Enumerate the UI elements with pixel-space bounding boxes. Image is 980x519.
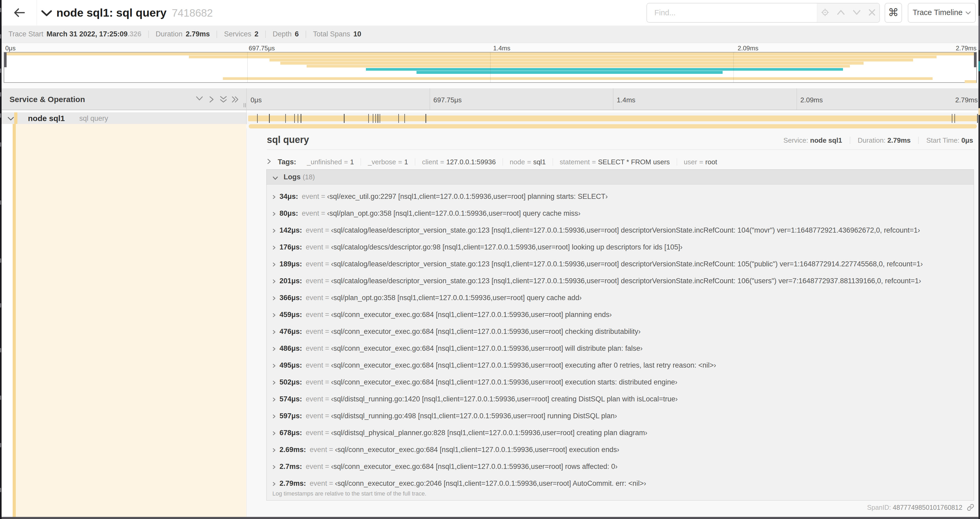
log-entry[interactable]: 34μs:event=‹sql/exec_util.go:2297 [nsql1… xyxy=(267,188,974,205)
start-time-label: Start Time: xyxy=(926,136,959,144)
collapse-trace-chevron-icon[interactable] xyxy=(41,10,52,18)
chevron-right-icon xyxy=(272,414,276,419)
timeline-header: Service & Operation 0μs 697.75μs 1.4ms 2… xyxy=(2,88,978,110)
log-event-tick xyxy=(955,114,955,123)
next-result-icon[interactable] xyxy=(853,10,861,16)
chevron-right-icon xyxy=(272,211,276,216)
expand-one-level-icon[interactable] xyxy=(195,96,204,102)
minimap-span-bar xyxy=(280,62,864,65)
log-event-tick xyxy=(952,114,953,123)
detail-row-accent-bar xyxy=(249,124,977,128)
log-entry[interactable]: 678μs:event=‹sql/distsql_physical_planne… xyxy=(267,424,974,441)
service-color-stripe xyxy=(14,112,18,124)
chevron-right-icon xyxy=(272,195,276,200)
right-window-edge xyxy=(978,0,980,519)
span-id-value: 4877749850101760812 xyxy=(893,504,963,511)
find-input[interactable] xyxy=(647,3,817,22)
log-entry[interactable]: 201μs:event=‹sql/catalog/lease/descripto… xyxy=(267,272,974,289)
log-event-tick xyxy=(301,114,301,123)
log-event-tick xyxy=(344,114,345,123)
log-event-tick xyxy=(375,114,376,123)
log-entry[interactable]: 2.7ms:event=‹sql/conn_executor_exec.go:6… xyxy=(267,458,974,475)
prev-result-icon[interactable] xyxy=(837,10,845,16)
collapse-all-icon[interactable] xyxy=(231,96,239,104)
tag-user: user=root xyxy=(684,158,718,166)
timeline-tick-3: 2.09ms xyxy=(800,88,823,110)
minimap-span-bar xyxy=(307,65,850,68)
tag-separator xyxy=(553,158,553,166)
trace-page-header: node sql1: sql query7418682 ⌘ Trace Time… xyxy=(2,0,978,26)
log-entry[interactable]: 476μs:event=‹sql/conn_executor_exec.go:6… xyxy=(267,323,974,340)
log-event-tick xyxy=(398,114,399,123)
back-button[interactable] xyxy=(2,0,37,26)
minimap-span-bar xyxy=(965,80,976,83)
tag-separator xyxy=(361,158,361,166)
chevron-right-icon xyxy=(272,313,276,318)
locate-icon[interactable] xyxy=(821,8,829,18)
log-event-tick xyxy=(977,114,978,123)
log-event-tick xyxy=(269,114,270,123)
column-divider[interactable] xyxy=(246,88,247,124)
row-gap xyxy=(2,110,978,112)
collapse-one-level-icon[interactable] xyxy=(208,96,215,104)
minimap-tick-0: 0μs xyxy=(5,45,16,52)
log-event-tick xyxy=(373,114,374,123)
logs-header[interactable]: Logs(18) xyxy=(267,169,974,185)
log-entry[interactable]: 142μs:event=‹sql/catalog/lease/descripto… xyxy=(267,222,974,239)
log-entry[interactable]: 574μs:event=‹sql/distsql_running.go:1420… xyxy=(267,391,974,407)
service-name[interactable]: node sql1 xyxy=(28,112,65,124)
chevron-right-icon xyxy=(272,279,276,284)
minimap-span-bar xyxy=(366,68,843,71)
log-entry[interactable]: 597μs:event=‹sql/distsql_running.go:498 … xyxy=(267,407,974,424)
span-row[interactable]: node sql1 sql query xyxy=(2,112,978,124)
minimap-tick-2: 1.4ms xyxy=(493,45,510,52)
log-entry[interactable]: 366μs:event=‹sql/plan_opt.go:358 [nsql1,… xyxy=(267,289,974,306)
command-icon: ⌘ xyxy=(888,6,899,18)
minimap-right-handle[interactable] xyxy=(974,53,976,67)
deep-link-icon[interactable] xyxy=(964,504,974,511)
log-entry[interactable]: 459μs:event=‹sql/conn_executor_exec.go:6… xyxy=(267,306,974,323)
trace-timeline-dropdown[interactable]: Trace Timeline xyxy=(908,3,976,23)
chevron-right-icon xyxy=(272,380,276,385)
minimap-plot[interactable] xyxy=(4,52,977,83)
timeline-tick-2: 1.4ms xyxy=(617,88,635,110)
log-entry[interactable]: 80μs:event=‹sql/plan_opt.go:358 [nsql1,c… xyxy=(267,205,974,222)
logs-accordion: Logs(18) 34μs:event=‹sql/exec_util.go:22… xyxy=(266,169,974,501)
column-resize-grip[interactable] xyxy=(243,102,247,109)
log-entry[interactable]: 176μs:event=‹sql/catalog/descs/descripto… xyxy=(267,239,974,256)
timeline-tick-4: 2.79ms xyxy=(955,88,978,110)
log-event-tick xyxy=(257,114,258,123)
log-entry[interactable]: 502μs:event=‹sql/conn_executor_exec.go:6… xyxy=(267,374,974,391)
log-entry[interactable]: 2.69ms:event=‹sql/conn_executor_exec.go:… xyxy=(267,441,974,458)
tag-statement: statement=SELECT * FROM users xyxy=(560,158,670,166)
left-window-edge xyxy=(0,0,2,519)
span-bar-lane[interactable] xyxy=(246,112,978,124)
tags-accordion[interactable]: Tags: _unfinished=1_verbose=1client=127.… xyxy=(267,155,717,169)
clear-search-icon[interactable] xyxy=(868,9,876,17)
span-detail-meta: Service: node sql1 Duration: 2.79ms Star… xyxy=(783,136,973,145)
tag-separator xyxy=(503,158,503,166)
trace-title: node sql1: sql query7418682 xyxy=(56,0,213,26)
collapse-span-chevron-icon[interactable] xyxy=(7,117,14,122)
timeline-tick-1: 697.75μs xyxy=(433,88,462,110)
chevron-right-icon xyxy=(272,347,276,351)
tag-_unfinished: _unfinished=1 xyxy=(307,158,354,166)
keyboard-shortcuts-button[interactable]: ⌘ xyxy=(885,3,902,23)
log-entry[interactable]: 486μs:event=‹sql/conn_executor_exec.go:6… xyxy=(267,340,974,357)
log-event-tick xyxy=(377,114,378,123)
trace-stats-bar: Trace Start March 31 2022, 17:25:09.326 … xyxy=(2,26,978,43)
tag-client: client=127.0.0.1:59936 xyxy=(422,158,496,166)
span-duration-bar[interactable] xyxy=(248,115,978,121)
minimap-span-bar xyxy=(189,56,937,59)
log-entry[interactable]: 189μs:event=‹sql/catalog/lease/descripto… xyxy=(267,256,974,272)
span-name-column: node sql1 sql query xyxy=(2,112,246,124)
back-arrow-icon xyxy=(13,8,25,18)
logs-count: (18) xyxy=(303,173,315,181)
log-entry[interactable]: 2.79ms:event=‹sql/conn_executor_exec.go:… xyxy=(267,475,974,492)
expand-all-icon[interactable] xyxy=(219,96,228,105)
operation-name[interactable]: sql query xyxy=(79,112,108,124)
log-entry[interactable]: 495μs:event=‹sql/conn_executor_exec.go:6… xyxy=(267,357,974,374)
minimap-left-handle[interactable] xyxy=(4,53,6,67)
trace-start-label: Trace Start xyxy=(8,30,43,38)
logs-label: Logs xyxy=(283,173,301,181)
